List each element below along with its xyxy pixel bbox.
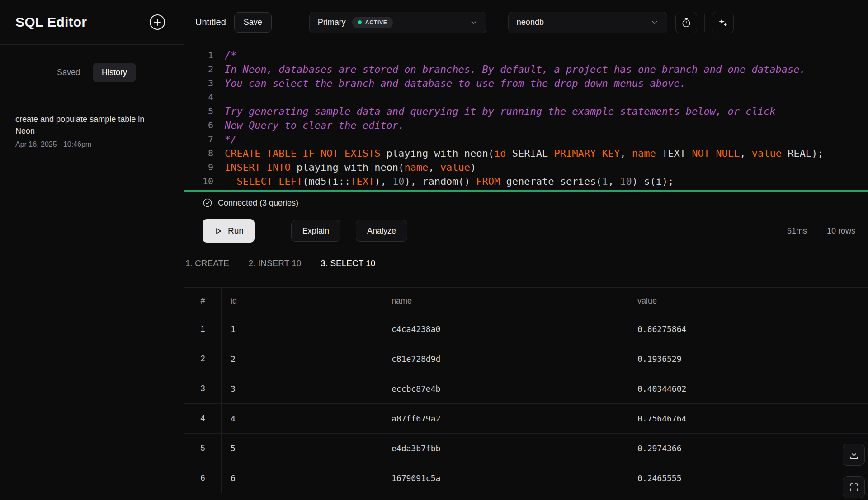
toolbar-divider (704, 14, 705, 32)
run-button-label: Run (228, 226, 244, 236)
download-icon (849, 449, 859, 460)
query-duration: 51ms (787, 226, 807, 236)
code-text: You can select the branch and database t… (213, 76, 686, 90)
toolbar: Untitled Save Primary ACTIVE neondb (184, 0, 868, 45)
history-item[interactable]: create and populate sample table in Neon… (15, 113, 169, 149)
code-line[interactable]: 8CREATE TABLE IF NOT EXISTS playing_with… (184, 146, 868, 160)
actions-row: Run Explain Analyze 51ms 10 rows (184, 214, 868, 248)
code-line[interactable]: 10 SELECT LEFT(md5(i::TEXT), 10), random… (184, 174, 868, 188)
table-cell: c4ca4238a0 (382, 314, 628, 344)
row-number: 4 (184, 404, 222, 433)
row-number: 3 (184, 374, 222, 403)
table-cell: 0.2974366 (628, 434, 868, 463)
history-item-timestamp: Apr 16, 2025 - 10:46pm (15, 140, 169, 149)
table-row[interactable]: 33eccbc87e4b0.40344602 (184, 374, 868, 404)
column-header-value: value (628, 288, 868, 314)
connection-status-label: Connected (3 queries) (218, 198, 298, 208)
fullscreen-button[interactable] (843, 476, 865, 498)
table-cell: 2 (222, 344, 382, 374)
line-number: 4 (184, 90, 213, 104)
new-query-button[interactable] (147, 12, 168, 33)
code-text: /* (213, 48, 237, 62)
code-line[interactable]: 3You can select the branch and database … (184, 76, 868, 90)
table-row[interactable]: 11c4ca4238a00.86275864 (184, 314, 868, 344)
row-number: 5 (184, 434, 222, 463)
code-line[interactable]: 2In Neon, databases are stored on branch… (184, 62, 868, 76)
toolbar-selectors: Primary ACTIVE neondb (309, 12, 734, 33)
table-cell: 3 (222, 374, 382, 403)
code-line[interactable]: 4 (184, 90, 868, 104)
line-number: 6 (184, 118, 213, 132)
table-cell: 0.2465555 (628, 463, 868, 493)
check-circle-icon (203, 198, 212, 208)
table-cell: 4 (222, 404, 382, 433)
row-number: 6 (184, 463, 222, 493)
sparkles-icon (717, 17, 728, 28)
sidebar-header: SQL Editor (0, 0, 184, 45)
sidebar-tab-history[interactable]: History (93, 63, 136, 82)
code-line[interactable]: 5Try generating sample data and querying… (184, 104, 868, 118)
query-history-button[interactable] (675, 12, 697, 33)
table-row[interactable]: 44a87ff679a20.75646764 (184, 404, 868, 434)
code-line[interactable]: 6New Query to clear the editor. (184, 118, 868, 132)
history-list: create and populate sample table in Neon… (0, 97, 184, 165)
table-cell: 0.75646764 (628, 404, 868, 433)
code-line[interactable]: 9INSERT INTO playing_with_neon(name, val… (184, 160, 868, 174)
results-table: #idnamevalue 11c4ca4238a00.8627586422c81… (184, 287, 868, 493)
line-number: 3 (184, 76, 213, 90)
code-line[interactable]: 7*/ (184, 132, 868, 146)
run-button[interactable]: Run (203, 219, 255, 243)
result-tab-2[interactable]: 2: INSERT 10 (248, 250, 302, 276)
ai-assist-button[interactable] (712, 12, 734, 33)
active-dot-icon (358, 20, 362, 24)
result-tab-3[interactable]: 3: SELECT 10 (320, 250, 376, 276)
query-name: Untitled (195, 17, 226, 28)
table-cell: 0.86275864 (628, 314, 868, 344)
code-lines: 1/*2In Neon, databases are stored on bra… (184, 48, 868, 188)
table-cell: 1679091c5a (382, 463, 628, 493)
database-selector[interactable]: neondb (508, 12, 667, 33)
table-row[interactable]: 22c81e728d9d0.1936529 (184, 344, 868, 374)
analyze-button[interactable]: Analyze (356, 220, 407, 242)
code-text: */ (213, 132, 237, 146)
plus-circle-icon (148, 13, 166, 31)
results-body: 11c4ca4238a00.8627586422c81e728d9d0.1936… (184, 314, 868, 493)
sql-editor[interactable]: 1/*2In Neon, databases are stored on bra… (184, 45, 868, 188)
branch-selector[interactable]: Primary ACTIVE (309, 12, 486, 33)
line-number: 1 (184, 48, 213, 62)
connection-status: Connected (3 queries) (184, 192, 868, 214)
toolbar-divider (283, 0, 283, 45)
database-selector-value: neondb (517, 18, 544, 27)
table-row[interactable]: 661679091c5a0.2465555 (184, 463, 868, 493)
line-number: 5 (184, 104, 213, 118)
code-text (213, 90, 225, 104)
download-results-button[interactable] (843, 444, 865, 466)
result-tab-1[interactable]: 1: CREATE (184, 250, 230, 276)
expand-icon (849, 482, 859, 493)
sidebar-tab-saved[interactable]: Saved (48, 63, 89, 82)
column-header-index: # (184, 288, 222, 314)
sidebar-tabs: SavedHistory (0, 63, 184, 82)
main-panel: Untitled Save Primary ACTIVE neondb (184, 0, 868, 500)
table-cell: 0.40344602 (628, 374, 868, 403)
code-line[interactable]: 1/* (184, 48, 868, 62)
branch-status-label: ACTIVE (365, 19, 387, 26)
app-window: SQL Editor SavedHistory create and popul… (0, 0, 868, 500)
stopwatch-icon (681, 17, 692, 28)
table-cell: a87ff679a2 (382, 404, 628, 433)
branch-selector-value: Primary (318, 18, 346, 27)
explain-button[interactable]: Explain (291, 220, 340, 242)
line-number: 9 (184, 160, 213, 174)
play-icon (213, 226, 223, 236)
code-text: New Query to clear the editor. (213, 118, 404, 132)
query-stats: 51ms 10 rows (787, 226, 855, 236)
line-number: 8 (184, 146, 213, 160)
page-title: SQL Editor (15, 14, 87, 30)
table-cell: 6 (222, 463, 382, 493)
results-header-row: #idnamevalue (184, 287, 868, 314)
result-tabs: 1: CREATE2: INSERT 103: SELECT 10 (184, 250, 868, 276)
save-button[interactable]: Save (234, 12, 272, 33)
row-number: 2 (184, 344, 222, 374)
table-row[interactable]: 55e4da3b7fbb0.2974366 (184, 434, 868, 463)
table-cell: c81e728d9d (382, 344, 628, 374)
